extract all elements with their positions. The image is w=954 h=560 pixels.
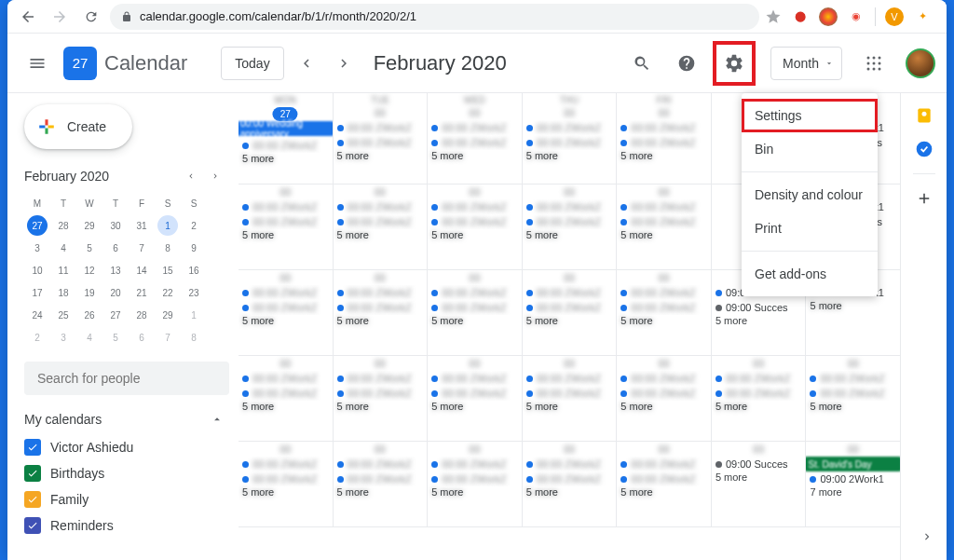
mini-calendar-day[interactable]: 8 [155, 237, 181, 259]
day-cell[interactable]: 00St. David's Day09:00 2Work17 more [806, 442, 900, 526]
my-calendars-toggle[interactable]: My calendars [24, 412, 229, 427]
more-events-link[interactable]: 5 more [716, 315, 802, 326]
mini-calendar-day[interactable]: 18 [50, 281, 76, 304]
more-events-link[interactable]: 7 more [810, 486, 896, 498]
calendar-logo[interactable]: 27 Calendar [63, 47, 187, 80]
mini-calendar-day[interactable]: 8 [181, 326, 207, 348]
settings-menu-item[interactable]: Bin [742, 132, 878, 166]
mini-calendar-day[interactable]: 31 [129, 214, 155, 237]
mini-calendar-day[interactable]: 11 [50, 259, 76, 281]
day-cell[interactable]: 0000:00 ZWorkZ00:00 ZWorkZ5 more [523, 184, 618, 269]
support-button[interactable] [668, 45, 705, 82]
mini-calendar-day[interactable]: 29 [76, 214, 102, 237]
search-button[interactable] [623, 45, 661, 82]
account-avatar[interactable] [906, 48, 935, 78]
day-cell[interactable]: 0000:00 ZWorkZ00:00 ZWorkZ5 more [523, 442, 618, 526]
event-item[interactable]: 09:00 2Work1 [810, 471, 896, 486]
extension-icon-3[interactable]: ◉ [847, 7, 865, 26]
calendar-toggle-item[interactable]: Victor Ashiedu [24, 434, 229, 460]
mini-calendar-day[interactable]: 10 [24, 259, 50, 281]
mini-calendar-day[interactable]: 2 [24, 326, 50, 348]
mini-calendar-day[interactable]: 28 [50, 214, 76, 237]
mini-calendar-day[interactable]: 6 [129, 326, 155, 348]
day-cell[interactable]: 0009:00 Succes5 more [712, 442, 807, 526]
browser-reload-button[interactable] [78, 4, 104, 30]
search-people-input[interactable] [24, 362, 229, 395]
google-apps-button[interactable] [855, 45, 893, 82]
settings-menu-item[interactable]: Density and colour [742, 178, 878, 212]
day-cell[interactable]: TUE0000:00 ZWorkZ00:00 ZWorkZ5 more [334, 93, 429, 184]
mini-calendar-day[interactable]: 28 [129, 304, 155, 326]
event-item[interactable]: 09:00 Succes [716, 457, 802, 471]
mini-calendar-day[interactable]: 15 [155, 259, 181, 281]
mini-calendar-day[interactable]: 22 [155, 281, 181, 304]
mini-calendar-day[interactable]: 29 [155, 304, 181, 326]
day-cell[interactable]: 0000:00 ZWorkZ00:00 ZWorkZ5 more [334, 356, 429, 441]
day-cell[interactable]: 0000:00 ZWorkZ00:00 ZWorkZ5 more [712, 356, 807, 441]
mini-calendar-day[interactable]: 21 [129, 281, 155, 304]
mini-calendar-day[interactable]: 3 [50, 326, 76, 348]
mini-calendar-day[interactable]: 5 [102, 326, 129, 348]
day-cell[interactable]: 0000:00 ZWorkZ00:00 ZWorkZ5 more [428, 270, 523, 355]
mini-calendar-day[interactable]: 14 [129, 259, 155, 281]
day-cell[interactable]: 0000:00 ZWorkZ00:00 ZWorkZ5 more [428, 184, 523, 269]
mini-calendar-day[interactable]: 6 [102, 237, 129, 259]
prev-period-button[interactable] [292, 48, 321, 78]
day-cell[interactable]: WED0000:00 ZWorkZ00:00 ZWorkZ5 more [428, 93, 523, 184]
mini-next-button[interactable] [205, 166, 225, 186]
mini-calendar-day[interactable]: 13 [102, 259, 129, 281]
mini-calendar-day[interactable]: 5 [76, 237, 102, 259]
mini-calendar-day[interactable]: 9 [181, 237, 207, 259]
day-cell[interactable]: 0000:00 ZWorkZ00:00 ZWorkZ5 more [523, 270, 618, 355]
mini-calendar-day[interactable]: 7 [155, 326, 181, 348]
mini-calendar-day[interactable]: 17 [24, 281, 50, 304]
mini-calendar-day[interactable]: 1 [157, 215, 178, 236]
day-cell[interactable]: 0000:00 ZWorkZ00:00 ZWorkZ5 more [334, 442, 429, 526]
day-cell[interactable]: 0000:00 ZWorkZ00:00 ZWorkZ5 more [617, 356, 712, 441]
day-cell[interactable]: 0000:00 ZWorkZ00:00 ZWorkZ5 more [238, 270, 334, 355]
tasks-addon-icon[interactable] [915, 140, 934, 158]
day-cell[interactable]: 0000:00 ZWorkZ00:00 ZWorkZ5 more [238, 184, 334, 269]
day-cell[interactable]: 0000:00 ZWorkZ00:00 ZWorkZ5 more [334, 184, 429, 269]
mini-calendar-day[interactable]: 16 [181, 259, 207, 281]
mini-calendar-day[interactable]: 12 [76, 259, 102, 281]
day-cell[interactable]: 0000:00 ZWorkZ00:00 ZWorkZ5 more [806, 356, 900, 441]
mini-calendar-day[interactable]: 2 [181, 214, 207, 237]
profile-badge[interactable]: V [885, 7, 904, 26]
mini-calendar-day[interactable]: 26 [76, 304, 102, 326]
browser-url-field[interactable]: calendar.google.com/calendar/b/1/r/month… [110, 4, 759, 30]
day-cell[interactable]: 0000:00 ZWorkZ00:00 ZWorkZ5 more [617, 270, 712, 355]
mini-calendar-day[interactable]: 7 [129, 237, 155, 259]
create-button[interactable]: Create [24, 104, 132, 149]
bookmark-star-icon[interactable] [765, 8, 782, 25]
day-cell[interactable]: 0000:00 ZWorkZ00:00 ZWorkZ5 more [334, 270, 429, 355]
day-cell[interactable]: 0000:00 ZWorkZ00:00 ZWorkZ5 more [238, 356, 334, 441]
day-cell[interactable]: 0000:00 ZWorkZ00:00 ZWorkZ5 more [617, 442, 712, 526]
calendar-toggle-item[interactable]: Family [24, 486, 229, 512]
day-cell[interactable]: 0000:00 ZWorkZ00:00 ZWorkZ5 more [523, 356, 618, 441]
browser-forward-button[interactable] [47, 4, 73, 30]
settings-menu-item[interactable]: Print [742, 212, 878, 245]
mini-calendar-day[interactable]: 1 [181, 304, 207, 326]
more-events-link[interactable]: 5 more [716, 471, 802, 483]
mini-prev-button[interactable] [181, 166, 201, 186]
today-button[interactable]: Today [221, 47, 283, 80]
day-cell[interactable]: 0000:00 ZWorkZ00:00 ZWorkZ5 more [238, 442, 334, 526]
day-cell[interactable]: 0000:00 ZWorkZ00:00 ZWorkZ5 more [617, 184, 712, 269]
mini-calendar-day[interactable]: 20 [102, 281, 129, 304]
extension-icon-2[interactable] [819, 7, 838, 26]
extension-icon-1[interactable]: ⬤ [791, 7, 810, 26]
calendar-toggle-item[interactable]: Birthdays [24, 460, 229, 486]
day-cell[interactable]: 0000:00 ZWorkZ00:00 ZWorkZ5 more [428, 442, 523, 526]
mini-calendar-day[interactable]: 30 [102, 214, 129, 237]
settings-gear-button[interactable] [713, 41, 756, 86]
mini-calendar-day[interactable]: 27 [102, 304, 129, 326]
mini-calendar-day[interactable]: 23 [181, 281, 207, 304]
settings-menu-item[interactable]: Settings [742, 99, 878, 132]
view-selector[interactable]: Month [770, 47, 842, 80]
browser-back-button[interactable] [15, 4, 41, 30]
mini-calendar-day[interactable]: 24 [24, 304, 50, 326]
get-addons-icon[interactable] [915, 189, 934, 208]
calendar-toggle-item[interactable]: Reminders [24, 512, 229, 539]
side-panel-collapse-button[interactable] [920, 530, 934, 543]
